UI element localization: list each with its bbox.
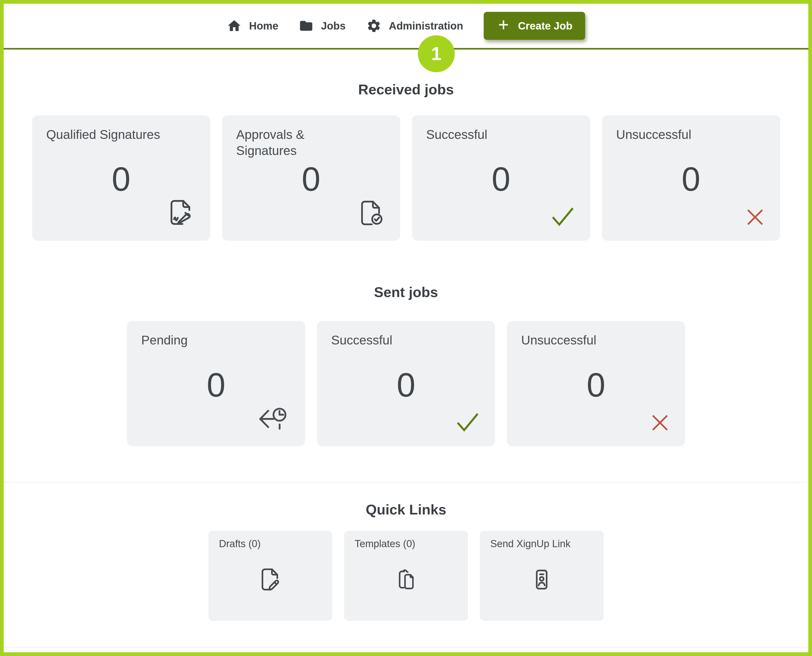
nav-item-administration[interactable]: Administration [366, 18, 463, 34]
card-title: Successful [426, 127, 553, 142]
card-title: Successful [331, 332, 458, 348]
annotation-step-1-badge: 1 [418, 35, 455, 72]
signature-document-icon [165, 197, 196, 229]
quick-links-row: Drafts (0) Templates (0) [4, 531, 808, 621]
draft-document-icon [256, 566, 284, 594]
quick-links-heading: Quick Links [4, 501, 808, 519]
nav-item-label: Home [249, 20, 278, 32]
top-nav: Home Jobs Administration [4, 4, 808, 48]
pending-history-icon [257, 405, 290, 434]
dashboard-main: Received jobs Qualified Signatures 0 [4, 80, 808, 648]
section-divider [4, 482, 808, 482]
sent-jobs-heading: Sent jobs [4, 283, 808, 301]
card-title: Send XignUp Link [490, 538, 593, 549]
card-pending[interactable]: Pending 0 [127, 321, 305, 446]
folder-icon [299, 19, 313, 33]
card-received-unsuccessful[interactable]: Unsuccessful 0 [602, 115, 780, 241]
home-icon [227, 19, 242, 33]
nav-item-jobs[interactable]: Jobs [299, 19, 346, 33]
plus-icon [496, 18, 511, 34]
received-jobs-heading: Received jobs [4, 80, 808, 99]
x-icon [745, 207, 766, 229]
check-icon [455, 412, 480, 434]
card-received-successful[interactable]: Successful 0 [412, 115, 590, 241]
card-title: Approvals & Signatures [236, 127, 363, 159]
templates-clipboard-icon [393, 566, 419, 594]
card-value: 0 [222, 162, 400, 196]
footer-divider [4, 647, 808, 648]
nav-item-home[interactable]: Home [227, 19, 278, 33]
sent-jobs-row: Pending 0 Successful 0 [4, 321, 808, 446]
card-title: Qualified Signatures [46, 127, 173, 142]
card-value: 0 [317, 368, 495, 402]
approved-document-icon [357, 198, 386, 229]
card-title: Drafts (0) [219, 538, 322, 549]
card-sent-successful[interactable]: Successful 0 [317, 321, 495, 446]
card-templates[interactable]: Templates (0) [344, 531, 468, 621]
id-badge-icon [529, 566, 554, 594]
create-job-button[interactable]: Create Job [484, 12, 585, 40]
x-icon [650, 413, 670, 434]
received-jobs-row: Qualified Signatures 0 Approvals & Signa… [4, 115, 808, 241]
card-title: Unsuccessful [521, 332, 648, 348]
nav-divider [4, 48, 808, 50]
card-value: 0 [127, 368, 305, 402]
card-value: 0 [32, 162, 210, 196]
create-job-label: Create Job [518, 20, 573, 32]
card-value: 0 [602, 162, 780, 196]
card-qualified-signatures[interactable]: Qualified Signatures 0 [32, 115, 210, 241]
card-value: 0 [507, 368, 685, 402]
card-sent-unsuccessful[interactable]: Unsuccessful 0 [507, 321, 685, 446]
nav-item-label: Administration [389, 20, 463, 32]
card-value: 0 [412, 162, 590, 196]
gear-icon [366, 18, 381, 34]
card-title: Pending [141, 332, 268, 348]
card-send-xignup-link[interactable]: Send XignUp Link [480, 531, 604, 621]
annotation-step-number: 1 [431, 43, 442, 64]
card-drafts[interactable]: Drafts (0) [208, 531, 332, 621]
nav-item-label: Jobs [321, 20, 346, 32]
card-title: Templates (0) [355, 538, 457, 549]
card-title: Unsuccessful [616, 127, 743, 142]
card-approvals-signatures[interactable]: Approvals & Signatures 0 [222, 115, 400, 241]
dashboard-page: Home Jobs Administration [0, 0, 812, 656]
check-icon [550, 206, 576, 229]
